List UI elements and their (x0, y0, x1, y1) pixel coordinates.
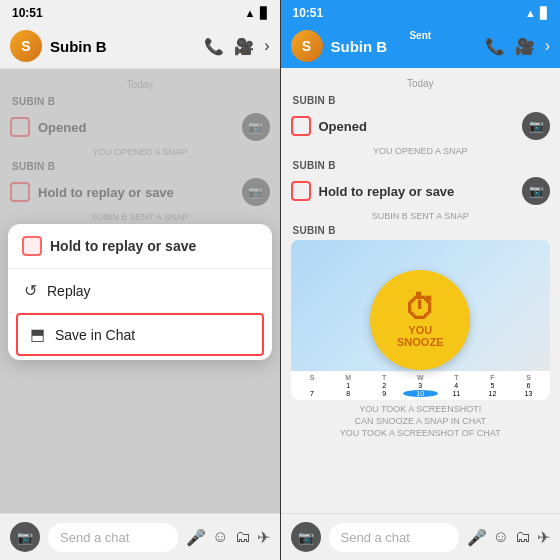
replay-icon: ↺ (24, 281, 37, 300)
sticker-icon-left[interactable]: 🗂 (235, 528, 251, 546)
sticker-icon-right[interactable]: 🗂 (515, 528, 531, 546)
time-right: 10:51 (293, 6, 324, 20)
nav-bar-left: S Subin B 📞 🎥 › (0, 24, 280, 69)
camera-btn-bottom-right[interactable]: 📷 (291, 522, 321, 552)
chat-input-right[interactable]: Send a chat (329, 523, 459, 552)
wifi-icon: ▲ (245, 7, 256, 19)
time-left: 10:51 (12, 6, 43, 20)
you-snooze-text: YOU SNOOZE (397, 324, 443, 348)
caption-r1: YOU TOOK A SCREENSHOT! (281, 404, 561, 414)
camera-btn-bottom-left[interactable]: 📷 (10, 522, 40, 552)
status-bar-left: 10:51 ▲ ▊ (0, 0, 280, 24)
save-label: Save in Chat (55, 327, 135, 343)
contact-name-left: Subin B (50, 38, 204, 55)
sender-label-r2: SUBIN B (281, 160, 561, 171)
wifi-icon-right: ▲ (525, 7, 536, 19)
bottom-icons-right: 🎤 ☺ 🗂 ✈ (467, 528, 550, 547)
snap-label-r2: Hold to replay or save (319, 184, 523, 199)
day-label-right: Today (281, 78, 561, 89)
chat-row-hold-r2[interactable]: Hold to replay or save 📷 (281, 173, 561, 209)
replay-label: Replay (47, 283, 91, 299)
status-icons-left: ▲ ▊ (245, 7, 268, 20)
avatar-right: S (291, 30, 323, 62)
nav-icons-right: 📞 🎥 › (485, 37, 550, 56)
chat-input-left[interactable]: Send a chat (48, 523, 178, 552)
chat-row-opened-right[interactable]: Opened 📷 (281, 108, 561, 144)
nav-icons-left: 📞 🎥 › (204, 37, 269, 56)
emoji-icon-left[interactable]: ☺ (212, 528, 228, 546)
avatar-left: S (10, 30, 42, 62)
nav-bar-right: Sent S Subin B 📞 🎥 › (281, 24, 561, 68)
timestamp-r1: YOU OPENED A SNAP (281, 146, 561, 156)
status-bar-right: 10:51 ▲ ▊ (281, 0, 561, 24)
context-menu-replay[interactable]: ↺ Replay (8, 269, 272, 313)
caption-r2: CAN SNOOZE A SNAP IN CHAT (281, 416, 561, 426)
phone-icon-right[interactable]: 📞 (485, 37, 505, 56)
chat-area-left: Today SUBIN B Opened 📷 YOU OPENED A SNAP… (0, 69, 280, 513)
camera-btn-r1[interactable]: 📷 (522, 112, 550, 140)
bitmoji-icon-right[interactable]: ✈ (537, 528, 550, 547)
more-icon[interactable]: › (264, 37, 269, 55)
snap-image-inner: ⏱ YOU SNOOZE S M T W T F (291, 240, 551, 400)
snap-label-r1: Opened (319, 119, 523, 134)
bottom-bar-left: 📷 Send a chat 🎤 ☺ 🗂 ✈ (0, 513, 280, 560)
chat-area-right: Today SUBIN B Opened 📷 YOU OPENED A SNAP… (281, 68, 561, 513)
calendar-strip: S M T W T F S 1 2 3 4 5 6 7 (291, 371, 551, 400)
sent-badge: Sent (393, 28, 447, 43)
snap-indicator-r1 (291, 116, 311, 136)
context-menu: Hold to replay or save ↺ Replay ⬒ Save i… (8, 224, 272, 360)
battery-icon: ▊ (260, 7, 268, 20)
bottom-bar-right: 📷 Send a chat 🎤 ☺ 🗂 ✈ (281, 513, 561, 560)
avatar-img-left: S (10, 30, 42, 62)
status-icons-right: ▲ ▊ (525, 7, 548, 20)
more-icon-right[interactable]: › (545, 37, 550, 55)
snap-label-selected: Hold to replay or save (50, 238, 258, 254)
left-phone-panel: 10:51 ▲ ▊ S Subin B 📞 🎥 › Today SUBIN B … (0, 0, 280, 560)
avatar-img-right: S (291, 30, 323, 62)
mic-icon-left[interactable]: 🎤 (186, 528, 206, 547)
sender-label-r1: SUBIN B (281, 95, 561, 106)
context-menu-save[interactable]: ⬒ Save in Chat (16, 313, 264, 356)
camera-btn-r2[interactable]: 📷 (522, 177, 550, 205)
video-icon-right[interactable]: 🎥 (515, 37, 535, 56)
you-snooze-badge: ⏱ YOU SNOOZE (370, 270, 470, 370)
snap-indicator-selected (22, 236, 42, 256)
bitmoji-icon-left[interactable]: ✈ (257, 528, 270, 547)
video-icon[interactable]: 🎥 (234, 37, 254, 56)
timestamp-r2: SUBIN B SENT A SNAP (281, 211, 561, 221)
phone-icon[interactable]: 📞 (204, 37, 224, 56)
sender-label-r3: SUBIN B (281, 225, 561, 236)
chat-input-placeholder-left: Send a chat (60, 530, 129, 545)
mic-icon-right[interactable]: 🎤 (467, 528, 487, 547)
chat-input-placeholder-right: Send a chat (341, 530, 410, 545)
emoji-icon-right[interactable]: ☺ (493, 528, 509, 546)
bottom-icons-left: 🎤 ☺ 🗂 ✈ (186, 528, 269, 547)
right-phone-panel: 10:51 ▲ ▊ Sent S Subin B 📞 🎥 › Today SUB… (281, 0, 561, 560)
snap-image-preview: ⏱ YOU SNOOZE S M T W T F (291, 240, 551, 400)
context-selected-row: Hold to replay or save (8, 224, 272, 269)
battery-icon-right: ▊ (540, 7, 548, 20)
save-icon: ⬒ (30, 325, 45, 344)
caption-r3: YOU TOOK A SCREENSHOT OF CHAT (281, 428, 561, 438)
snap-indicator-r2 (291, 181, 311, 201)
